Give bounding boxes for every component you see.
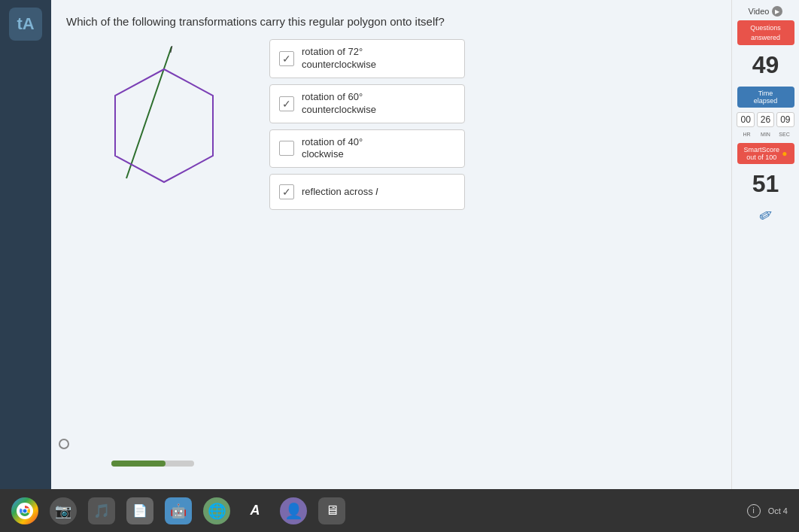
answer-option-2[interactable]: ✓ rotation of 60°counterclockwise <box>269 84 465 123</box>
questions-answered-label: Questions answered <box>743 23 788 42</box>
mail-icon[interactable]: 🤖 <box>165 497 192 524</box>
info-i: i <box>753 506 755 515</box>
text-icon[interactable]: A <box>242 497 269 524</box>
option-text-2: rotation of 60°counterclockwise <box>302 91 376 117</box>
main-content: Which of the following transformations c… <box>51 0 799 489</box>
option-text-4: reflection across l <box>302 186 378 199</box>
sec-label: SEC <box>776 132 793 137</box>
polygon-figure: l <box>81 39 247 205</box>
pencil-icon[interactable]: ✏ <box>755 203 776 227</box>
video-play-icon: ▶ <box>772 6 782 17</box>
content-inner: l ✓ rotation of 72°counterclockwise ✓ ro… <box>66 39 776 216</box>
score-number: 49 <box>752 51 779 79</box>
timer-display: 00 26 09 <box>737 112 794 127</box>
checkbox-4[interactable]: ✓ <box>279 184 294 199</box>
chrome-icon[interactable] <box>11 497 38 524</box>
checkbox-2[interactable]: ✓ <box>279 96 294 111</box>
timer-label-row: HR MIN SEC <box>739 132 793 137</box>
progress-fill <box>111 461 166 467</box>
progress-bar <box>111 461 194 467</box>
sidebar-avatar: tA <box>9 8 42 41</box>
hr-label: HR <box>739 132 755 137</box>
desktop: tA Which of the following transformation… <box>0 0 799 532</box>
timer-minutes: 26 <box>757 112 774 127</box>
smart-score-label: SmartScoreout of 100 <box>744 146 780 161</box>
taskbar: 📷 🎵 📄 🤖 🌐 A 👤 🖥 i Oct 4 <box>0 489 799 532</box>
answer-option-4[interactable]: ✓ reflection across l <box>269 174 465 210</box>
question-text: Which of the following transformations c… <box>66 15 776 28</box>
info-icon[interactable]: i <box>747 504 761 518</box>
mic-icon[interactable]: 🎵 <box>88 497 115 524</box>
screen-icon[interactable]: 🖥 <box>318 497 345 524</box>
timer-seconds: 09 <box>776 112 794 127</box>
check-icon-4: ✓ <box>282 186 291 198</box>
svg-marker-1 <box>115 69 213 182</box>
taskbar-info: i Oct 4 <box>747 504 788 518</box>
answer-option-3[interactable]: rotation of 40°clockwise <box>269 129 465 169</box>
checkbox-3[interactable] <box>279 141 294 156</box>
smart-score-box: SmartScoreout of 100 ● <box>737 143 794 164</box>
answers-list: ✓ rotation of 72°counterclockwise ✓ rota… <box>269 39 465 216</box>
answer-option-1[interactable]: ✓ rotation of 72°counterclockwise <box>269 39 465 78</box>
camera-icon[interactable]: 📷 <box>50 497 77 524</box>
min-label: MIN <box>758 132 774 137</box>
time-elapsed-box: Time elapsed <box>737 87 794 108</box>
taskbar-date: Oct 4 <box>768 506 788 515</box>
option-text-1: rotation of 72°counterclockwise <box>302 46 376 71</box>
user-icon[interactable]: 👤 <box>280 497 307 524</box>
earth-icon[interactable]: 🌐 <box>203 497 230 524</box>
figure-area: l <box>81 39 247 205</box>
svg-line-0 <box>126 47 172 178</box>
files-icon[interactable]: 📄 <box>126 497 153 524</box>
check-icon-1: ✓ <box>282 53 291 65</box>
questions-answered-box: Questions answered <box>737 20 794 45</box>
video-button[interactable]: Video ▶ <box>749 6 783 17</box>
right-panel: Video ▶ Questions answered 49 Time elaps… <box>731 0 799 489</box>
svg-point-5 <box>23 509 27 512</box>
svg-text:l: l <box>170 44 173 55</box>
check-icon-2: ✓ <box>282 98 291 110</box>
smart-score-orange-dot: ● <box>782 148 787 159</box>
smart-score-number: 51 <box>752 170 779 198</box>
option-text-3: rotation of 40°clockwise <box>302 136 363 162</box>
time-elapsed-label: Time elapsed <box>743 90 788 105</box>
timer-hours: 00 <box>737 112 754 127</box>
checkbox-1[interactable]: ✓ <box>279 51 294 66</box>
sidebar: tA <box>0 0 51 489</box>
avatar-text: tA <box>17 14 34 34</box>
video-label: Video <box>749 7 770 16</box>
circle-bullet[interactable] <box>59 439 69 449</box>
